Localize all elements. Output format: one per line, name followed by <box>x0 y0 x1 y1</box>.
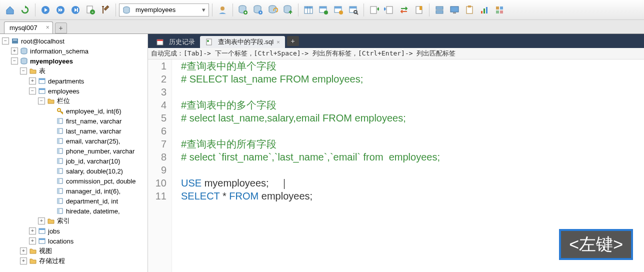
close-icon[interactable]: × <box>276 39 280 45</box>
column-icon <box>56 167 64 175</box>
separator <box>364 4 364 16</box>
tree-col[interactable]: manager_id, int(6), <box>0 186 148 196</box>
tree-db-sys[interactable]: +information_schema <box>0 46 148 56</box>
chart-icon[interactable] <box>478 3 492 17</box>
import2-icon[interactable] <box>382 3 396 17</box>
format-icon[interactable] <box>98 3 112 17</box>
svg-rect-29 <box>370 6 376 14</box>
svg-rect-62 <box>58 148 60 154</box>
svg-rect-47 <box>13 40 17 40</box>
tree-procs[interactable]: +存储过程 <box>0 256 148 266</box>
column-icon <box>56 147 64 155</box>
db-import-icon[interactable] <box>281 3 295 17</box>
collapse-icon[interactable]: − <box>11 58 18 64</box>
database-selector-value: myemployees <box>136 6 176 14</box>
user-icon[interactable] <box>216 3 230 17</box>
line-gutter: 1234567891011 <box>148 60 172 272</box>
play-icon[interactable] <box>38 3 52 17</box>
expand-icon[interactable]: + <box>20 248 27 254</box>
svg-rect-58 <box>58 128 60 134</box>
export-icon[interactable] <box>367 3 381 17</box>
expand-icon[interactable]: + <box>11 48 18 54</box>
tree-table-employees[interactable]: −employees <box>0 86 148 96</box>
svg-point-24 <box>339 10 343 14</box>
db-down-icon[interactable] <box>236 3 250 17</box>
tree-col[interactable]: email, varchar(25), <box>0 136 148 146</box>
tree-col[interactable]: last_name, varchar <box>0 126 148 136</box>
tree-views[interactable]: +视图 <box>0 246 148 256</box>
expand-icon[interactable]: + <box>20 258 27 264</box>
svg-rect-78 <box>39 238 45 240</box>
sync-icon[interactable] <box>397 3 411 17</box>
table-search-icon[interactable] <box>346 3 360 17</box>
svg-rect-46 <box>12 38 18 44</box>
refresh-icon[interactable] <box>18 3 32 17</box>
svg-rect-39 <box>481 11 482 14</box>
collapse-icon[interactable]: − <box>29 88 36 94</box>
tree-indexes[interactable]: +索引 <box>0 216 148 226</box>
tree-col[interactable]: hiredate, datetime, <box>0 206 148 216</box>
new-query-icon[interactable]: + <box>84 3 98 17</box>
monitor-icon[interactable] <box>448 3 462 17</box>
folder-icon <box>47 97 55 105</box>
svg-rect-30 <box>386 6 392 14</box>
tree-tables[interactable]: −表 <box>0 66 148 76</box>
expand-icon[interactable]: + <box>29 78 36 84</box>
new-connection-tab[interactable]: + <box>55 22 67 34</box>
tree-db-myemployees[interactable]: −myemployees <box>0 56 148 66</box>
tree-col[interactable]: first_name, varchar <box>0 116 148 126</box>
tree-col[interactable]: phone_number, varchar <box>0 146 148 156</box>
play-line-icon[interactable] <box>68 3 82 17</box>
separator <box>429 4 430 16</box>
grid-icon[interactable] <box>492 3 506 17</box>
chevron-down-icon: ▾ <box>202 6 206 14</box>
database-icon <box>20 47 28 55</box>
clipboard-icon[interactable] <box>462 3 476 17</box>
collapse-icon[interactable]: − <box>38 98 45 104</box>
editor-tab-history[interactable]: 历史记录 <box>151 36 200 48</box>
collapse-icon[interactable]: − <box>20 68 27 74</box>
db-refresh-icon[interactable] <box>266 3 280 17</box>
main-toolbar: + myemployees ▾ <box>0 0 644 20</box>
tree-col[interactable]: job_id, varchar(10) <box>0 156 148 166</box>
column-icon <box>56 207 64 215</box>
database-selector[interactable]: myemployees ▾ <box>119 4 209 16</box>
close-icon[interactable]: × <box>46 24 50 31</box>
tree-table-locations[interactable]: +locations <box>0 236 148 246</box>
table-icon <box>38 77 46 85</box>
table-new-icon[interactable] <box>316 3 330 17</box>
table-edit-icon[interactable] <box>332 3 346 17</box>
tree-table-departments[interactable]: +departments <box>0 76 148 86</box>
database-icon <box>122 6 130 14</box>
home-icon[interactable] <box>3 3 17 17</box>
collapse-icon[interactable]: − <box>2 38 9 44</box>
tree-root[interactable]: −root@localhost <box>0 36 148 46</box>
connection-tab[interactable]: mysql007 × <box>4 22 53 34</box>
table-icon[interactable] <box>302 3 316 17</box>
tree-col[interactable]: salary, double(10,2) <box>0 166 148 176</box>
svg-rect-45 <box>500 10 503 14</box>
db-play-icon[interactable] <box>251 3 265 17</box>
separator <box>212 4 212 16</box>
column-icon <box>56 157 64 165</box>
folder-icon <box>29 257 37 265</box>
new-editor-tab[interactable]: + <box>287 36 299 46</box>
sql-file-icon <box>205 38 213 46</box>
tree-col[interactable]: department_id, int <box>0 196 148 206</box>
expand-icon[interactable]: + <box>38 218 45 224</box>
expand-icon[interactable]: + <box>29 228 36 234</box>
tree-table-jobs[interactable]: +jobs <box>0 226 148 236</box>
svg-rect-53 <box>39 88 45 90</box>
svg-point-21 <box>324 10 328 14</box>
bookmark-icon[interactable] <box>412 3 426 17</box>
tree-col[interactable]: employee_id, int(6) <box>0 106 148 116</box>
play-all-icon[interactable] <box>54 3 68 17</box>
svg-rect-16 <box>304 6 312 8</box>
svg-rect-40 <box>484 8 485 14</box>
expand-icon[interactable]: + <box>29 238 36 244</box>
separator <box>116 4 116 16</box>
editor-tab-active[interactable]: 查询表中的字段.sql × <box>200 36 285 48</box>
tree-columns[interactable]: −栏位 <box>0 96 148 106</box>
tree-col[interactable]: commission_pct, double <box>0 176 148 186</box>
server-icon[interactable] <box>432 3 446 17</box>
